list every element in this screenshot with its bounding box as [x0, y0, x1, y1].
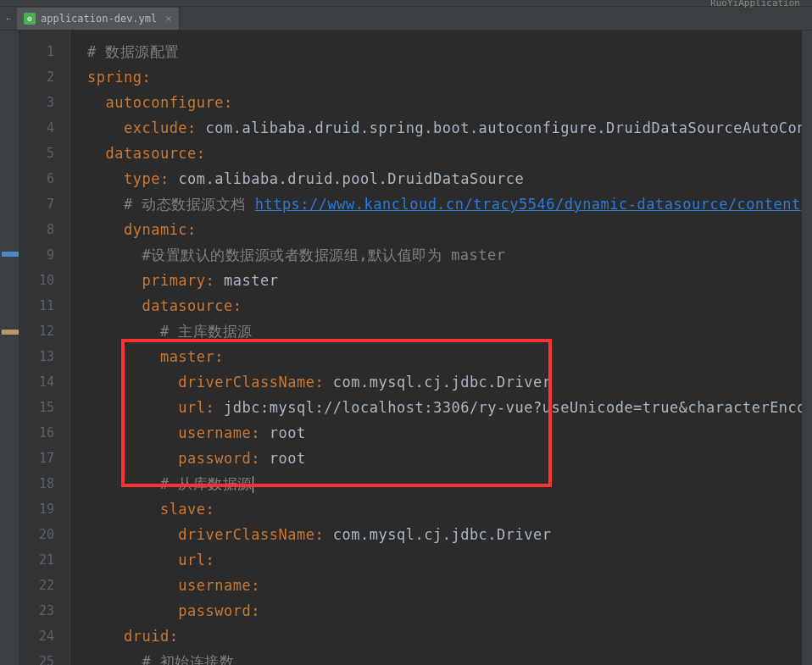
code-text: username: [178, 424, 269, 441]
code-text: url: [178, 399, 224, 416]
code-text: url: [178, 551, 214, 568]
code-text: master [224, 272, 278, 289]
vertical-scrollbar[interactable] [802, 30, 812, 665]
code-text: com.mysql.cj.jdbc.Driver [333, 526, 552, 543]
line-number: 16 [19, 420, 54, 446]
line-number: 7 [19, 191, 54, 217]
line-number: 19 [19, 496, 54, 522]
line-number: 3 [19, 90, 54, 115]
line-number: 8 [19, 217, 54, 242]
code-text: password: [178, 602, 260, 619]
code-text: # 主库数据源 [160, 323, 253, 340]
line-number: 4 [19, 115, 54, 141]
editor-container: 1 2 3 4 5 6 7 8 9 10 11 12 13 14 15 16 1… [0, 30, 812, 665]
file-tab[interactable]: ⚙ application-dev.yml × [17, 8, 180, 30]
line-number: 15 [19, 395, 54, 420]
gutter[interactable]: 1 2 3 4 5 6 7 8 9 10 11 12 13 14 15 16 1… [19, 30, 70, 665]
line-number: 10 [19, 268, 54, 293]
code-text: driverClassName: [178, 526, 333, 543]
line-number: 23 [19, 598, 54, 623]
line-number: 12 [19, 319, 54, 344]
code-text: druid: [124, 628, 178, 645]
line-number: 9 [19, 242, 54, 268]
code-text: com.mysql.cj.jdbc.Driver [333, 374, 552, 391]
code-text: # 动态数据源文档 [124, 196, 255, 213]
line-number: 5 [19, 141, 54, 166]
left-sidebar[interactable] [0, 30, 19, 665]
line-number: 25 [19, 649, 54, 665]
line-number: 18 [19, 471, 54, 496]
line-number: 14 [19, 369, 54, 395]
code-text: autoconfigure: [105, 94, 232, 111]
code-text: slave: [160, 501, 214, 518]
code-text: # 数据源配置 [87, 43, 180, 60]
vcs-marker-orange[interactable] [2, 330, 19, 335]
code-text: #设置默认的数据源或者数据源组,默认值即为 master [142, 247, 505, 263]
tab-filename: application-dev.yml [41, 13, 157, 25]
url-link[interactable]: https://www.kancloud.cn/tracy5546/dynami… [255, 196, 801, 213]
top-toolbar: RuoYiApplication [0, 0, 812, 7]
vcs-marker-blue[interactable] [2, 252, 19, 257]
line-number: 20 [19, 522, 54, 547]
code-text: username: [178, 577, 260, 594]
close-icon[interactable]: × [165, 13, 171, 25]
tab-prev-arrow[interactable]: ← [0, 14, 17, 23]
code-text: jdbc:mysql://localhost:3306/ry-vue?useUn… [224, 399, 812, 416]
line-number: 17 [19, 446, 54, 471]
code-text: root [270, 424, 306, 441]
yaml-file-icon: ⚙ [24, 13, 36, 25]
line-number: 13 [19, 344, 54, 369]
code-text: type: [124, 170, 178, 187]
code-text: com.alibaba.druid.spring.boot.autoconfig… [206, 119, 812, 136]
code-text: driverClassName: [178, 374, 333, 391]
code-editor[interactable]: # 数据源配置 spring: autoconfigure: exclude: … [70, 30, 812, 665]
code-text: spring: [87, 69, 151, 86]
code-text: # 从库数据源 [160, 475, 253, 492]
code-text: datasource: [142, 297, 242, 314]
code-text: root [270, 450, 306, 467]
code-text: primary: [142, 272, 224, 289]
text-cursor [253, 476, 253, 493]
code-text: password: [178, 450, 269, 467]
line-number: 1 [19, 39, 54, 64]
run-config-label[interactable]: RuoYiApplication [705, 0, 805, 10]
code-text: master: [160, 348, 224, 365]
code-text: datasource: [105, 145, 205, 162]
line-number: 6 [19, 166, 54, 191]
code-text: # 初始连接数 [142, 653, 234, 665]
line-number: 2 [19, 64, 54, 90]
code-text: com.alibaba.druid.pool.DruidDataSource [178, 170, 524, 187]
line-number: 24 [19, 623, 54, 649]
line-number: 22 [19, 573, 54, 598]
tab-bar: ← ⚙ application-dev.yml × [0, 7, 812, 30]
code-text: exclude: [124, 119, 206, 136]
line-number: 21 [19, 547, 54, 573]
line-number: 11 [19, 293, 54, 319]
code-text: dynamic: [124, 221, 197, 238]
